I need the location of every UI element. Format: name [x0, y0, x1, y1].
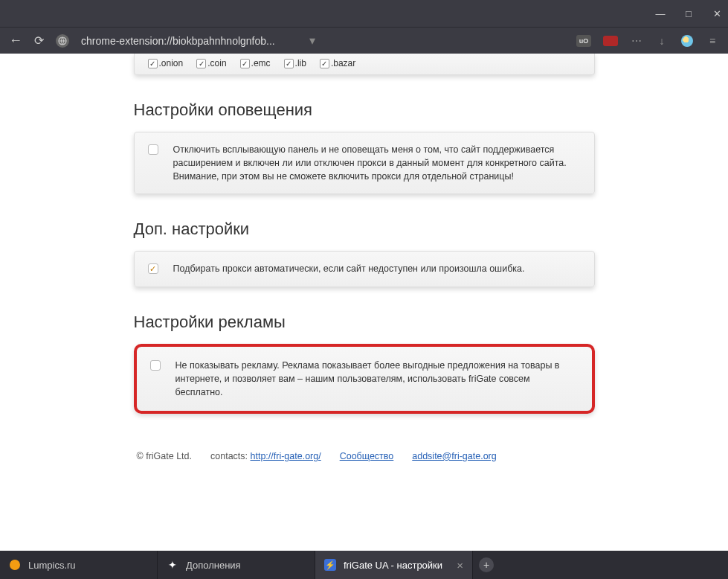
- footer-copyright: © friGate Ltd.: [137, 451, 193, 461]
- address-bar[interactable]: chrome-extension://biokbpahnhnolgnfob...: [81, 35, 275, 47]
- reload-button[interactable]: ⟳: [34, 33, 44, 48]
- maximize-button[interactable]: □: [683, 8, 694, 19]
- page-footer: © friGate Ltd. contacts: http://fri-gate…: [134, 451, 595, 461]
- back-button[interactable]: ←: [9, 33, 22, 48]
- site-identity-icon[interactable]: [56, 34, 69, 48]
- favicon-lumpics: [9, 559, 21, 571]
- page-viewport: .onion .coin .emc .lib .bazar Настройки …: [0, 54, 728, 551]
- footer-contacts-label: contacts:: [210, 451, 248, 461]
- tab-strip: Lumpics.ru ✦ Дополнения ⚡ friGate UA - н…: [0, 551, 728, 579]
- favicon-puzzle-icon: ✦: [167, 559, 178, 571]
- close-window-button[interactable]: ✕: [712, 8, 722, 19]
- section-title-notifications: Настройки оповещения: [134, 100, 595, 120]
- auto-proxy-text: Подбирать прокси автоматически, если сай…: [173, 262, 525, 275]
- footer-link-community[interactable]: Сообщество: [340, 451, 394, 461]
- footer-link-email[interactable]: addsite@fri-gate.org: [412, 451, 496, 461]
- notifications-card: Отключить всплывающую панель и не оповещ…: [134, 132, 595, 194]
- tab-frigate-settings[interactable]: ⚡ friGate UA - настройки ×: [315, 551, 473, 579]
- tld-checkbox-lib[interactable]: .lib: [284, 58, 306, 68]
- tld-card: .onion .coin .emc .lib .bazar: [134, 54, 595, 75]
- ublock-icon[interactable]: uO: [576, 35, 591, 47]
- tab-close-icon[interactable]: ×: [457, 559, 463, 572]
- section-title-additional: Доп. настройки: [134, 220, 595, 239]
- tab-extensions[interactable]: ✦ Дополнения: [158, 551, 315, 579]
- lastfm-icon[interactable]: [603, 36, 618, 46]
- notifications-option-text: Отключить всплывающую панель и не оповещ…: [173, 143, 581, 183]
- browser-toolbar: ← ⟳ chrome-extension://biokbpahnhnolgnfo…: [0, 27, 728, 54]
- new-tab-button[interactable]: +: [473, 551, 500, 579]
- tld-row: .onion .coin .emc .lib .bazar: [148, 58, 581, 68]
- menu-icon[interactable]: ≡: [706, 34, 719, 48]
- minimize-button[interactable]: —: [655, 8, 666, 19]
- tab-lumpics[interactable]: Lumpics.ru: [0, 551, 158, 579]
- auto-proxy-checkbox[interactable]: [148, 263, 158, 274]
- tab-title: Lumpics.ru: [28, 560, 148, 571]
- tab-title: friGate UA - настройки: [344, 560, 449, 571]
- disable-ads-checkbox[interactable]: [150, 360, 161, 371]
- bookmark-icon[interactable]: ▾: [309, 33, 315, 48]
- extensions-overflow-icon[interactable]: ⋯: [630, 34, 643, 48]
- section-title-ads: Настройки рекламы: [134, 313, 595, 332]
- footer-link-homepage[interactable]: http://fri-gate.org/: [251, 451, 321, 461]
- tld-checkbox-coin[interactable]: .coin: [196, 58, 226, 68]
- disable-ads-text: Не показывать рекламу. Реклама показывае…: [175, 359, 579, 399]
- weather-icon[interactable]: [680, 34, 694, 48]
- tab-title: Дополнения: [186, 560, 306, 571]
- downloads-icon[interactable]: ↓: [655, 34, 669, 48]
- favicon-frigate-icon: ⚡: [324, 559, 336, 571]
- notifications-disable-checkbox[interactable]: [148, 144, 158, 155]
- ads-card-highlighted: Не показывать рекламу. Реклама показывае…: [134, 344, 595, 414]
- tld-checkbox-emc[interactable]: .emc: [240, 58, 271, 68]
- tld-checkbox-onion[interactable]: .onion: [148, 58, 184, 68]
- additional-card: Подбирать прокси автоматически, если сай…: [134, 251, 595, 287]
- tld-checkbox-bazar[interactable]: .bazar: [320, 58, 355, 68]
- window-titlebar: — □ ✕: [0, 0, 728, 27]
